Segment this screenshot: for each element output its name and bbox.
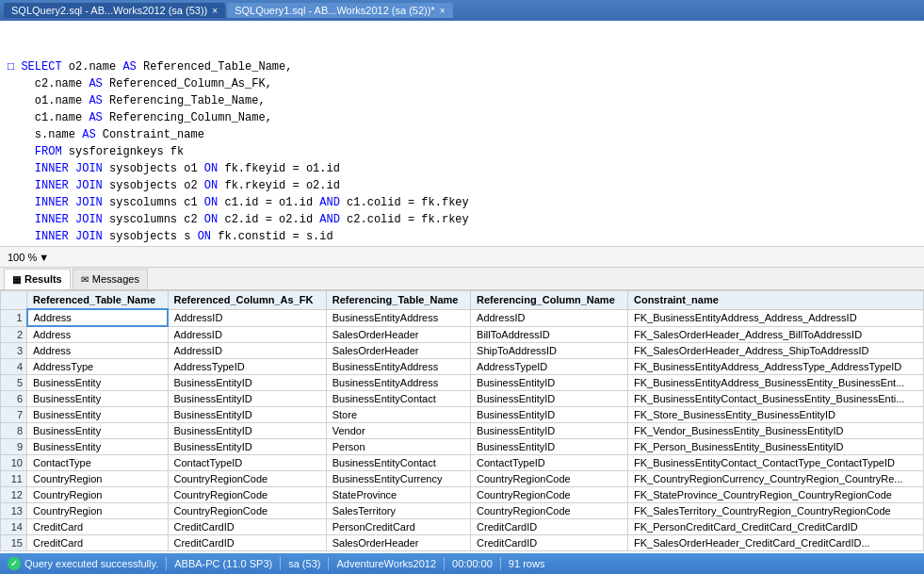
status-divider-2: [280, 557, 281, 570]
status-user: sa (53): [288, 558, 320, 569]
table-cell: CreditCardID: [471, 519, 628, 535]
table-cell: BusinessEntityID: [168, 391, 326, 407]
table-cell: CountryRegionCode: [471, 503, 628, 519]
zoom-dropdown-icon[interactable]: ▼: [39, 252, 49, 263]
main-content: □ SELECT o2.name AS Referenced_Table_Nam…: [0, 21, 924, 574]
results-grid[interactable]: Referenced_Table_NameReferenced_Column_A…: [0, 290, 924, 553]
table-row: 2AddressAddressIDSalesOrderHeaderBillToA…: [1, 326, 924, 343]
table-row: 7BusinessEntityBusinessEntityIDStoreBusi…: [1, 407, 924, 423]
row-number-cell: 13: [1, 503, 27, 519]
row-number-cell: 5: [1, 375, 27, 391]
table-cell: FK_PersonCreditCard_CreditCard_CreditCar…: [627, 519, 923, 535]
table-cell: CountryRegion: [27, 471, 169, 487]
table-cell: FK_StateProvince_CountryRegion_CountryRe…: [627, 487, 923, 503]
row-number-cell: 14: [1, 519, 27, 535]
table-cell: BusinessEntityID: [471, 391, 628, 407]
row-number-cell: 6: [1, 391, 27, 407]
tab-sqlquery2[interactable]: SQLQuery2.sql - AB...Works2012 (sa (53))…: [4, 3, 225, 18]
table-cell: BusinessEntityID: [471, 439, 628, 455]
table-cell: CountryRegion: [27, 487, 169, 503]
sql-code[interactable]: □ SELECT o2.name AS Referenced_Table_Nam…: [0, 21, 924, 247]
row-number-cell: 2: [1, 326, 27, 343]
table-row: 8BusinessEntityBusinessEntityIDVendorBus…: [1, 423, 924, 439]
table-cell: CreditCardID: [168, 535, 326, 551]
table-cell: BusinessEntityID: [168, 375, 326, 391]
table-cell: BusinessEntity: [27, 391, 169, 407]
table-cell: BusinessEntityID: [168, 407, 326, 423]
zoom-value: 100 %: [8, 252, 37, 263]
tab-sqlquery1-close[interactable]: ×: [440, 6, 446, 16]
tab-sqlquery1[interactable]: SQLQuery1.sql - AB...Works2012 (sa (52))…: [227, 3, 452, 18]
table-cell: FK_SalesTerritory_CountryRegion_CountryR…: [627, 503, 923, 519]
status-rows: 91 rows: [509, 558, 545, 569]
table-body: 1AddressAddressIDBusinessEntityAddressAd…: [1, 309, 924, 551]
table-cell: CountryRegionCode: [168, 471, 326, 487]
table-cell: CountryRegionCode: [168, 503, 326, 519]
table-cell: FK_BusinessEntityAddress_AddressType_Add…: [627, 359, 923, 375]
table-cell: SalesOrderHeader: [326, 343, 470, 359]
table-cell: BusinessEntity: [27, 423, 169, 439]
table-cell: BusinessEntityAddress: [326, 309, 470, 326]
table-cell: SalesTerritory: [326, 503, 470, 519]
table-cell: CountryRegionCode: [471, 471, 628, 487]
table-row: 5BusinessEntityBusinessEntityIDBusinessE…: [1, 375, 924, 391]
tab-results[interactable]: ▦ Results: [4, 269, 71, 289]
status-db: AdventureWorks2012: [336, 558, 436, 569]
sql-editor[interactable]: □ SELECT o2.name AS Referenced_Table_Nam…: [0, 21, 924, 247]
table-cell: CreditCard: [27, 535, 169, 551]
messages-icon: ✉: [81, 274, 89, 285]
table-cell: Person: [326, 439, 470, 455]
title-tabs: SQLQuery2.sql - AB...Works2012 (sa (53))…: [4, 3, 920, 18]
status-time: 00:00:00: [452, 558, 493, 569]
table-cell: BusinessEntityID: [471, 423, 628, 439]
row-number-cell: 3: [1, 343, 27, 359]
table-cell: ContactType: [27, 455, 169, 471]
table-cell: FK_BusinessEntityAddress_BusinessEntity_…: [627, 375, 923, 391]
table-cell: AddressTypeID: [168, 359, 326, 375]
table-cell: BusinessEntity: [27, 407, 169, 423]
table-cell: BusinessEntity: [27, 439, 169, 455]
table-row: 4AddressTypeAddressTypeIDBusinessEntityA…: [1, 359, 924, 375]
table-row: 1AddressAddressIDBusinessEntityAddressAd…: [1, 309, 924, 326]
table-cell: FK_SalesOrderHeader_Address_ShipToAddres…: [627, 343, 923, 359]
table-row: 11CountryRegionCountryRegionCodeBusiness…: [1, 471, 924, 487]
table-cell: Store: [326, 407, 470, 423]
table-cell: BusinessEntityContact: [326, 391, 470, 407]
tab-sqlquery1-label: SQLQuery1.sql - AB...Works2012 (sa (52))…: [235, 5, 435, 16]
table-cell: AddressID: [168, 343, 326, 359]
result-tabs: ▦ Results ✉ Messages: [0, 268, 924, 290]
table-row: 13CountryRegionCountryRegionCodeSalesTer…: [1, 503, 924, 519]
table-cell: Address: [27, 343, 169, 359]
table-cell: SalesOrderHeader: [326, 535, 470, 551]
table-cell: ShipToAddressID: [471, 343, 628, 359]
table-cell: AddressTypeID: [471, 359, 628, 375]
table-cell: ContactTypeID: [168, 455, 326, 471]
table-cell: BusinessEntityID: [471, 375, 628, 391]
table-cell: BusinessEntityAddress: [326, 375, 470, 391]
status-message: Query executed successfully.: [24, 558, 158, 569]
table-cell: Address: [27, 326, 169, 343]
table-cell: BusinessEntityID: [168, 439, 326, 455]
table-header-row: Referenced_Table_NameReferenced_Column_A…: [1, 291, 924, 310]
table-cell: CountryRegionCode: [168, 487, 326, 503]
table-row: 3AddressAddressIDSalesOrderHeaderShipToA…: [1, 343, 924, 359]
title-bar: SQLQuery2.sql - AB...Works2012 (sa (53))…: [0, 0, 924, 21]
row-number-header: [1, 291, 27, 310]
status-divider-5: [500, 557, 501, 570]
col-header-constraint-name: Constraint_name: [627, 291, 923, 310]
table-cell: BusinessEntityContact: [326, 455, 470, 471]
table-cell: FK_BusinessEntityAddress_Address_Address…: [627, 309, 923, 326]
table-cell: BillToAddressID: [471, 326, 628, 343]
status-divider-3: [328, 557, 329, 570]
row-number-cell: 9: [1, 439, 27, 455]
tab-sqlquery2-close[interactable]: ×: [212, 6, 218, 16]
table-cell: FK_Person_BusinessEntity_BusinessEntityI…: [627, 439, 923, 455]
table-cell: FK_CountryRegionCurrency_CountryRegion_C…: [627, 471, 923, 487]
tab-messages[interactable]: ✉ Messages: [73, 269, 148, 289]
row-number-cell: 12: [1, 487, 27, 503]
table-row: 6BusinessEntityBusinessEntityIDBusinessE…: [1, 391, 924, 407]
table-cell: BusinessEntityID: [471, 407, 628, 423]
table-row: 9BusinessEntityBusinessEntityIDPersonBus…: [1, 439, 924, 455]
table-cell: FK_BusinessEntityContact_ContactType_Con…: [627, 455, 923, 471]
success-icon: ✓: [8, 557, 21, 570]
